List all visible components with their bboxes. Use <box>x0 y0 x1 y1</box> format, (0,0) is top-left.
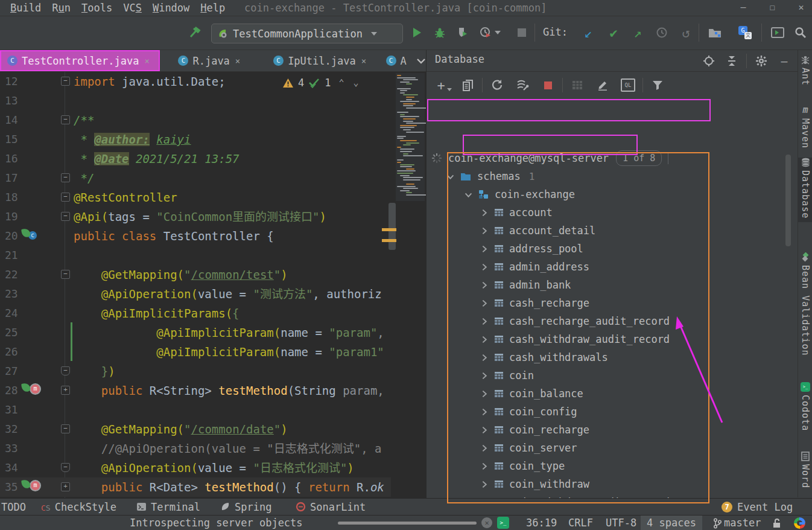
editor-tab-2[interactable]: CR.java× <box>174 50 255 71</box>
fold-marker[interactable]: − <box>61 77 70 86</box>
fold-marker[interactable]: − <box>61 270 70 279</box>
translate-icon[interactable]: G 文 <box>737 25 753 40</box>
tool-window-button-sonarlint[interactable]: SonarLint <box>296 501 366 513</box>
db-table-row[interactable]: coin <box>427 366 788 385</box>
menu-run[interactable]: Run <box>46 0 76 16</box>
datasource-properties-icon[interactable] <box>515 78 530 92</box>
query-console-icon[interactable]: QL <box>621 78 635 92</box>
database-tree[interactable]: coin-exchange@mysql-server1 of 8schemas1… <box>427 99 788 498</box>
chevron-collapsed-icon[interactable] <box>477 426 490 434</box>
chevron-collapsed-icon[interactable] <box>477 408 490 416</box>
stop-red-button[interactable] <box>541 78 555 92</box>
profiler-chevron-icon[interactable] <box>493 25 502 40</box>
db-table-row[interactable]: coin_config <box>427 403 788 421</box>
run-configuration-select[interactable]: TestCommonApplication <box>211 24 403 43</box>
editor-tab-4[interactable]: CA <box>382 50 414 71</box>
menu-vcs[interactable]: VCS <box>118 0 147 16</box>
more-tabs-chevron-icon[interactable] <box>416 50 426 71</box>
chevron-collapsed-icon[interactable] <box>477 481 490 488</box>
tool-window-button-spring[interactable]: Spring <box>221 501 271 513</box>
chevron-collapsed-icon[interactable] <box>477 209 490 217</box>
fold-marker[interactable]: − <box>61 366 70 375</box>
filter-icon[interactable] <box>650 78 665 92</box>
db-table-row[interactable]: coin_server <box>427 439 788 457</box>
chevron-collapsed-icon[interactable] <box>477 299 490 307</box>
db-table-row[interactable]: account_detail <box>427 222 788 240</box>
minimize-window-button[interactable]: — <box>735 0 752 15</box>
menu-help[interactable]: Help <box>195 0 230 16</box>
fold-marker[interactable]: + <box>61 386 70 395</box>
google-icon[interactable] <box>794 517 805 529</box>
cancel-progress-button[interactable]: ✕ <box>481 517 492 528</box>
code-editor[interactable]: 12−import java.util.Date;1314−/**15 * @a… <box>0 72 426 498</box>
project-structure-icon[interactable] <box>707 25 723 40</box>
prev-problem-button[interactable]: ⌃ <box>339 77 344 88</box>
code-minimap[interactable] <box>396 73 425 201</box>
database-scrollbar[interactable] <box>785 155 791 246</box>
chevron-collapsed-icon[interactable] <box>477 336 490 343</box>
db-table-row[interactable]: cash_recharge <box>427 294 788 312</box>
db-table-row[interactable]: coin_withdraw <box>427 475 788 493</box>
menu-build[interactable]: Build <box>5 0 46 16</box>
collapse-all-icon[interactable] <box>724 53 740 69</box>
chevron-collapsed-icon[interactable] <box>477 281 490 289</box>
run-with-coverage-button[interactable] <box>455 25 471 40</box>
chevron-collapsed-icon[interactable] <box>477 390 490 398</box>
settings-gear-icon[interactable] <box>753 53 769 69</box>
fold-marker[interactable]: − <box>61 463 70 472</box>
git-update-button[interactable]: ↙ <box>580 25 596 40</box>
db-table-row[interactable]: admin_bank <box>427 276 788 294</box>
stripe-tab-maven[interactable]: mMaven <box>798 104 812 148</box>
db-table-row[interactable]: coin_withdraw_audit_record <box>427 493 788 498</box>
gutter-icons[interactable]: c <box>22 229 37 240</box>
gutter-icons[interactable]: m <box>22 383 41 395</box>
menu-tools[interactable]: Tools <box>76 0 118 16</box>
stripe-tab-database[interactable]: Database <box>798 158 812 222</box>
codota-status-icon[interactable]: >_ <box>497 517 509 529</box>
edit-pencil-icon[interactable] <box>595 78 610 92</box>
db-table-row[interactable]: coin_balance <box>427 385 788 403</box>
chevron-collapsed-icon[interactable] <box>477 444 490 452</box>
duplicate-button[interactable] <box>460 78 475 92</box>
close-tab-icon[interactable]: × <box>361 56 366 66</box>
build-hammer-icon[interactable] <box>187 25 203 40</box>
tool-window-button-checkstyle[interactable]: CSCheckStyle <box>41 501 116 513</box>
search-everywhere-icon[interactable] <box>793 25 808 40</box>
chevron-collapsed-icon[interactable] <box>477 354 490 362</box>
chevron-collapsed-icon[interactable] <box>477 227 490 235</box>
chevron-collapsed-icon[interactable] <box>477 462 490 470</box>
menu-window[interactable]: Window <box>147 0 195 16</box>
line-separator[interactable]: CRLF <box>568 516 593 530</box>
run-button[interactable] <box>409 25 425 40</box>
stripe-tab-word[interactable]: Word <box>798 452 812 488</box>
fold-marker[interactable]: − <box>61 212 70 221</box>
profiler-button[interactable] <box>478 25 493 40</box>
git-push-button[interactable]: ↗ <box>630 25 645 40</box>
tool-window-button-terminal[interactable]: Terminal <box>136 501 200 513</box>
db-table-row[interactable]: cash_withdraw_audit_record <box>427 330 788 348</box>
fold-marker[interactable]: + <box>61 482 70 491</box>
request-mapping-icon[interactable]: m <box>30 480 41 491</box>
caret-position[interactable]: 36:19 <box>526 516 557 530</box>
fold-marker[interactable]: − <box>61 173 70 182</box>
db-table-row[interactable]: admin_address <box>427 258 788 276</box>
spring-leaf-icon[interactable] <box>21 479 31 489</box>
close-tab-icon[interactable]: × <box>235 56 240 66</box>
hide-panel-icon[interactable]: — <box>776 53 792 69</box>
chevron-collapsed-icon[interactable] <box>477 372 490 380</box>
maximize-window-button[interactable]: ☐ <box>764 0 781 15</box>
fold-marker[interactable]: − <box>61 424 70 433</box>
locate-object-icon[interactable] <box>701 53 717 69</box>
refresh-button[interactable] <box>490 78 504 92</box>
close-tab-icon[interactable]: × <box>144 56 149 66</box>
db-schema-row[interactable]: coin-exchange <box>427 185 788 203</box>
spring-leaf-icon[interactable] <box>21 228 31 238</box>
fold-marker[interactable]: − <box>61 193 70 202</box>
stripe-tab-bean-validation[interactable]: Bean Validation <box>798 252 812 356</box>
event-log-button[interactable]: 7 Event Log <box>722 501 793 513</box>
tool-window-button-todo[interactable]: TODO <box>1 501 26 513</box>
stripe-tab-codota[interactable]: >_Codota <box>798 382 812 431</box>
git-branch-widget[interactable]: master <box>713 516 761 530</box>
debug-button[interactable] <box>432 25 448 40</box>
add-datasource-button[interactable]: + <box>434 78 448 92</box>
